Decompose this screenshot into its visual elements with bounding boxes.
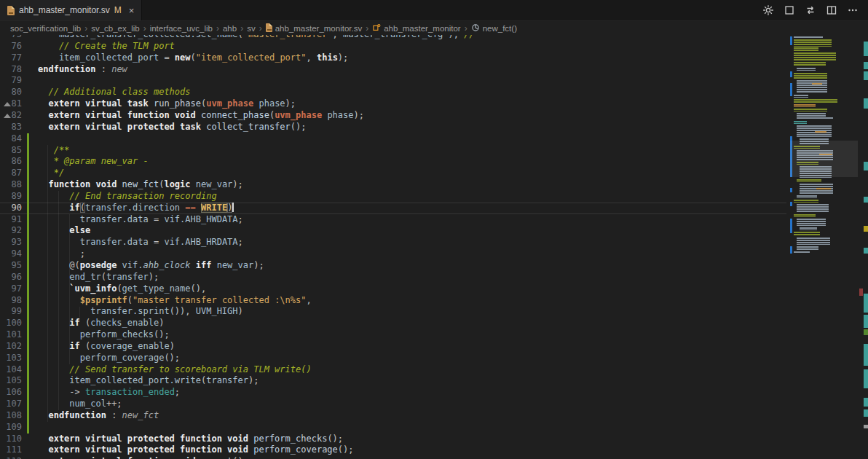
breadcrumb-separator: › (465, 23, 467, 34)
breadcrumb-item-interface-uvc-lib[interactable]: interface_uvc_lib (150, 24, 213, 33)
breadcrumb-item-ahb-master-monitor[interactable]: ahb_master_monitor (372, 23, 460, 34)
code-line-83[interactable]: 83 extern virtual protected task collect… (0, 122, 786, 133)
git-added-indicator (27, 272, 29, 283)
editor-actions (760, 0, 868, 20)
code-line-85[interactable]: 85 /** (0, 145, 786, 157)
git-added-indicator (27, 306, 29, 318)
text-cursor (232, 203, 234, 212)
breadcrumb-item-soc-verification-lib[interactable]: soc_verification_lib (10, 24, 81, 33)
git-added-indicator (27, 353, 29, 364)
compare-changes-icon[interactable] (802, 2, 818, 18)
code-line-76[interactable]: 76 // Create the TLM port (0, 41, 786, 52)
git-added-indicator (27, 133, 29, 145)
code-line-86[interactable]: 86 * @param new_var - (0, 156, 786, 168)
code-line-109[interactable]: 109 (0, 422, 786, 434)
breadcrumb-item-sv-cb-ex-lib[interactable]: sv_cb_ex_lib (91, 24, 139, 33)
code-line-89[interactable]: 89 // End transaction recording (0, 191, 786, 203)
line-number: 93 (0, 237, 22, 248)
line-number: 85 (0, 145, 22, 157)
code-line-106[interactable]: 106 -> transaction_ended; (0, 387, 786, 399)
overview-ruler-mark (864, 294, 868, 313)
code-line-84[interactable]: 84 (0, 133, 786, 145)
code-line-104[interactable]: 104 // Send transfer to scoreboard via T… (0, 364, 786, 376)
minimap-code-block (797, 246, 818, 251)
code-editor[interactable]: 75 master_transfer_collected.set_name("m… (0, 35, 786, 459)
line-number: 106 (0, 387, 22, 399)
close-icon[interactable]: × (129, 6, 135, 15)
breadcrumb-separator: › (366, 23, 368, 34)
code-line-103[interactable]: 103 perform_coverage(); (0, 353, 786, 364)
line-number: 107 (0, 399, 22, 410)
code-line-78[interactable]: 78endfunction : new (0, 64, 786, 76)
code-line-96[interactable]: 96 end_tr(transfer); (0, 272, 786, 283)
code-line-102[interactable]: 102 if (coverage_enable) (0, 341, 786, 353)
code-line-77[interactable]: 77 item_collected_port = new("item_colle… (0, 52, 786, 64)
code-line-98[interactable]: 98 $psprintf("master transfer collected … (0, 295, 786, 307)
code-line-100[interactable]: 100 if (checks_enable) (0, 318, 786, 329)
minimap-slider[interactable] (790, 141, 858, 177)
line-number: 77 (0, 52, 22, 64)
overview-ruler-mark (864, 409, 868, 417)
code-line-101[interactable]: 101 perform_checks(); (0, 329, 786, 341)
breadcrumb-item-ahb-master-monitor-sv[interactable]: ahb_master_monitor.sv (266, 23, 363, 34)
breadcrumb-item-new-fct-[interactable]: new_fct() (471, 23, 517, 34)
code-line-105[interactable]: 105 item_collected_port.write(transfer); (0, 375, 786, 387)
code-line-88[interactable]: 88 function void new_fct(logic new_var); (0, 179, 786, 191)
minimap-code-block (794, 62, 826, 66)
minimap-code-block (816, 188, 831, 190)
line-number: 90 (0, 203, 22, 214)
overview-ruler-mark (864, 329, 868, 335)
code-line-87[interactable]: 87 */ (0, 168, 786, 179)
code-line-80[interactable]: 80 // Additional class methods (0, 87, 786, 98)
minimap-code-block (794, 52, 836, 61)
breadcrumb-item-ahb[interactable]: ahb (223, 24, 237, 33)
indent-guide (79, 307, 80, 318)
code-line-94[interactable]: 94 ; (0, 248, 786, 260)
code-line-110[interactable]: 110 extern virtual protected function vo… (0, 434, 786, 445)
code-line-97[interactable]: 97 `uvm_info(get_type_name(), (0, 283, 786, 295)
layout-square-icon[interactable] (781, 2, 797, 18)
scrollbar-overview-ruler[interactable] (858, 35, 868, 459)
breadcrumb-item-sv[interactable]: sv (247, 24, 256, 33)
git-added-indicator (27, 225, 29, 237)
code-line-111[interactable]: 111 extern virtual protected function vo… (0, 444, 786, 456)
code-line-75[interactable]: 75 master_transfer_collected.set_name("m… (0, 35, 786, 41)
git-added-indicator (27, 387, 29, 399)
code-line-108[interactable]: 108 endfunction : new_fct (0, 410, 786, 422)
code-line-107[interactable]: 107 num_col++; (0, 399, 786, 410)
line-number: 75 (0, 35, 22, 41)
line-number: 83 (0, 122, 22, 133)
git-added-indicator (27, 318, 29, 329)
code-line-91[interactable]: 91 transfer.data = vif.AHB_HWDATA; (0, 214, 786, 226)
minimap-change-bar (790, 71, 792, 77)
minimap-change-bar (790, 83, 792, 96)
tab-ahb-master-monitor[interactable]: ahb_master_monitor.sv M × (0, 0, 142, 20)
code-line-82[interactable]: 82 extern virtual function void connect_… (0, 110, 786, 122)
code-line-92[interactable]: 92 else (0, 225, 786, 237)
code-line-112[interactable]: 112 extern virtual function void report(… (0, 456, 786, 459)
tab-title: ahb_master_monitor.sv (19, 5, 110, 15)
tab-bar: ahb_master_monitor.sv M × (0, 0, 868, 21)
split-editor-icon[interactable] (824, 2, 840, 18)
line-number: 84 (0, 133, 22, 145)
line-number: 79 (0, 75, 22, 87)
git-added-indicator (27, 329, 29, 341)
breadcrumb-separator: › (143, 23, 146, 34)
minimap-code-block (794, 200, 818, 203)
code-line-81[interactable]: 81 extern virtual task run_phase(uvm_pha… (0, 98, 786, 110)
line-number: 76 (0, 41, 22, 52)
code-line-79[interactable]: 79 (0, 75, 786, 87)
code-line-99[interactable]: 99 transfer.sprint()), UVM_HIGH) (0, 306, 786, 318)
more-actions-icon[interactable] (845, 2, 861, 18)
code-line-90[interactable]: 90 if(transfer.direction == WRITE) (0, 203, 786, 214)
settings-gear-icon[interactable] (760, 2, 776, 18)
minimap-change-bar (790, 246, 792, 254)
overview-ruler-mark (864, 226, 868, 232)
code-line-95[interactable]: 95 @(posedge vif.ahb_clock iff new_var); (0, 260, 786, 272)
indent-guide (69, 214, 70, 364)
systemverilog-file-icon (266, 23, 272, 32)
change-marker-icon (4, 102, 11, 106)
minimap[interactable] (790, 35, 858, 459)
code-line-93[interactable]: 93 transfer.data = vif.AHB_HRDATA; (0, 237, 786, 248)
git-added-indicator (27, 145, 29, 157)
